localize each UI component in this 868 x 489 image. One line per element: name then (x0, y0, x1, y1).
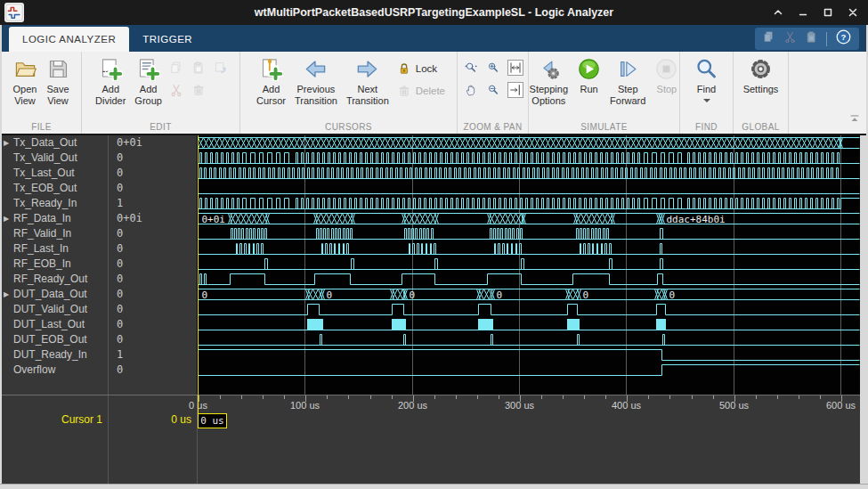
paste-icon (805, 30, 818, 44)
signal-name-label: Tx_Ready_In (13, 197, 77, 209)
names-values-divider[interactable] (108, 135, 109, 484)
add-divider-button[interactable]: Add Divider (91, 52, 130, 121)
waveform-dut_ready_in[interactable] (199, 350, 860, 361)
tab-logic-analyzer[interactable]: LOGIC ANALYZER (9, 27, 129, 52)
toolbar-section-label: ZOOM & PAN (458, 122, 528, 132)
waveform-overflow[interactable] (199, 365, 860, 376)
open-view-button[interactable]: Open View (9, 52, 42, 121)
signal-name-dut_valid_out[interactable]: DUT_Valid_Out (2, 302, 108, 317)
signal-name-dut_data_out[interactable]: ▶DUT_Data_Out (2, 287, 108, 302)
next-transition-button[interactable]: Next Transition (342, 52, 393, 121)
waveform-dut_valid_out[interactable] (199, 305, 860, 315)
minor-tick (263, 395, 264, 399)
waveform-tx_data_out[interactable] (199, 138, 860, 149)
signal-name-rf_valid_in[interactable]: RF_Valid_In (2, 226, 108, 241)
settings-button[interactable]: Settings (739, 52, 783, 121)
cursor-time-box[interactable]: 0 us (198, 413, 227, 428)
add-group-label: Add Group (134, 84, 162, 106)
signal-name-tx_eob_out[interactable]: Tx_EOB_Out (2, 181, 108, 196)
fit-view-icon (508, 61, 523, 75)
waveform-display[interactable]: 0+0iddac+84b0i000000 (197, 135, 860, 395)
expand-arrow-icon[interactable]: ▶ (4, 135, 9, 151)
expand-arrow-icon[interactable]: ▶ (4, 211, 9, 226)
waveform-rf_data_in[interactable] (199, 214, 860, 224)
waveform-rf_eob_in[interactable] (199, 259, 860, 270)
cursor-line[interactable] (198, 135, 199, 428)
find-button[interactable]: Find (690, 52, 723, 121)
signal-name-tx_data_out[interactable]: ▶Tx_Data_Out (2, 135, 108, 151)
signal-name-tx_last_out[interactable]: Tx_Last_Out (2, 166, 108, 181)
toolbar-section-global: SettingsGLOBAL (734, 52, 789, 134)
stop-button: Stop (650, 52, 683, 121)
signal-name-rf_last_in[interactable]: RF_Last_In (2, 241, 108, 257)
minimize-button[interactable] (793, 3, 813, 22)
zoom-in-button[interactable] (485, 60, 501, 76)
save-icon (46, 57, 70, 81)
arrow-right-icon (355, 57, 379, 81)
cursor-label[interactable]: Cursor 1 (2, 413, 102, 426)
minor-tick (392, 395, 393, 399)
signal-name-dut_ready_in[interactable]: DUT_Ready_In (2, 347, 108, 363)
zoom-to-cursor-button[interactable] (507, 82, 523, 98)
signal-value-tx_last_out: 0 (109, 166, 197, 181)
signal-name-rf_ready_out[interactable]: RF_Ready_Out (2, 272, 108, 287)
run-button[interactable]: Run (572, 52, 605, 121)
signal-name-label: Tx_Last_Out (13, 167, 75, 179)
tab-trigger[interactable]: TRIGGER (129, 27, 206, 52)
waveform-dut_last_out[interactable] (199, 319, 860, 330)
close-button[interactable] (843, 3, 863, 22)
zoom-in-icon (486, 61, 500, 75)
add-cursor-button[interactable]: Add Cursor (252, 52, 290, 121)
paste-button (805, 30, 818, 47)
collapse-toolstrip-button[interactable] (848, 111, 862, 129)
minor-tick (820, 395, 821, 399)
collapse-window-button[interactable] (768, 3, 788, 22)
bus-value-label: 0+0i (202, 214, 226, 225)
waveform-tx_ready_in[interactable] (199, 199, 860, 209)
signal-value-tx_valid_out: 0 (109, 151, 197, 166)
fit-to-view-button[interactable] (507, 60, 523, 76)
help-button[interactable]: ? (835, 29, 852, 49)
stop-label: Stop (657, 84, 677, 95)
step-forward-button[interactable]: Step Forward (605, 52, 650, 121)
minor-tick (348, 395, 349, 399)
waveform-rf_valid_in[interactable] (199, 229, 860, 240)
signal-value-rf_ready_out: 0 (109, 272, 197, 287)
signal-name-overflow[interactable]: Overflow (2, 363, 108, 378)
maximize-button[interactable] (818, 3, 838, 22)
lock-button[interactable]: Lock (397, 61, 445, 76)
paste-icon (191, 61, 206, 75)
signal-name-label: DUT_Valid_Out (13, 303, 87, 315)
pan-button[interactable] (463, 82, 479, 98)
delete-button (191, 82, 207, 98)
waveform-rf_ready_out[interactable] (199, 274, 860, 285)
run-label: Run (580, 84, 597, 95)
add-divider-icon (99, 57, 123, 81)
zoom-in-x-button[interactable] (463, 60, 479, 76)
signal-name-rf_data_in[interactable]: ▶RF_Data_In (2, 211, 108, 226)
signal-name-tx_valid_out[interactable]: Tx_Valid_Out (2, 151, 108, 166)
save-view-button[interactable]: Save View (42, 52, 75, 121)
expand-arrow-icon[interactable]: ▶ (4, 287, 9, 302)
add-group-button[interactable]: Add Group (130, 52, 166, 121)
signal-name-tx_ready_in[interactable]: Tx_Ready_In (2, 196, 108, 211)
signal-name-rf_eob_in[interactable]: RF_EOB_In (2, 257, 108, 272)
signal-name-label: RF_Ready_Out (13, 273, 87, 285)
signal-name-label: DUT_Ready_In (13, 348, 87, 361)
waveform-tx_last_out[interactable] (199, 168, 860, 179)
add-divider-label: Add Divider (95, 84, 126, 106)
tab-strip: LOGIC ANALYZER TRIGGER ? (2, 25, 866, 52)
zoom-out-button[interactable] (485, 82, 501, 98)
previous-transition-button[interactable]: Previous Transition (290, 52, 342, 121)
waveform-tx_valid_out[interactable] (199, 153, 860, 164)
signal-values-panel: 0+0i00010+0i0000000010 (109, 135, 197, 378)
waveform-dut_data_out[interactable] (199, 289, 860, 300)
stepping-options-button[interactable]: Stepping Options (525, 52, 572, 121)
logic-analyzer-window: wtMultiPortPacketBasedUSRPTargetingExamp… (0, 0, 868, 489)
signal-value-rf_eob_in: 0 (109, 257, 197, 272)
signal-name-dut_last_out[interactable]: DUT_Last_Out (2, 317, 108, 332)
waveform-dut_eob_out[interactable] (199, 335, 860, 346)
close-icon (846, 5, 860, 20)
waveform-rf_last_in[interactable] (199, 244, 860, 255)
signal-name-dut_eob_out[interactable]: DUT_EOB_Out (2, 332, 108, 347)
